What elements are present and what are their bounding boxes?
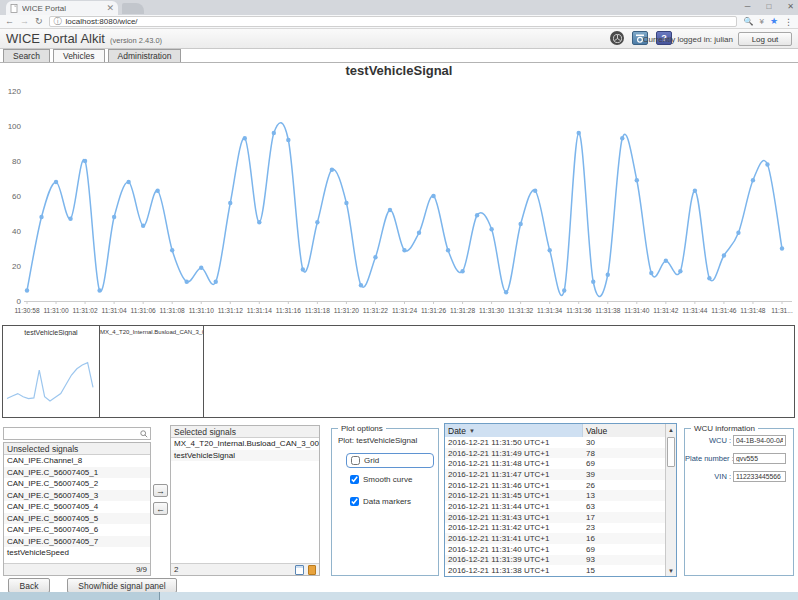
unselected-signals-list: CAN_IPE.Channel_8CAN_IPE.C_56007405_1CAN…	[4, 455, 150, 563]
svg-text:11:31:46: 11:31:46	[711, 307, 737, 314]
table-row[interactable]: 2016-12-21 11:31:50 UTC+130	[445, 437, 666, 448]
copy-icon[interactable]	[295, 565, 304, 575]
thumbnail-chart	[3, 336, 98, 410]
svg-text:11:31:24: 11:31:24	[392, 307, 418, 314]
cell-date: 2016-12-21 11:31:47 UTC+1	[445, 469, 583, 480]
cell-value: 23	[583, 523, 598, 534]
zoom-icon[interactable]: 🔍	[743, 18, 753, 26]
table-row[interactable]: 2016-12-21 11:31:39 UTC+193	[445, 555, 666, 566]
move-right-button[interactable]: →	[153, 484, 168, 497]
back-icon[interactable]: ←	[5, 17, 14, 26]
list-item[interactable]: CAN_IPE.C_56007405_5	[4, 513, 150, 525]
chart-canvas[interactable]: 02040608010012011:30:5811:31:0011:31:021…	[0, 70, 798, 323]
column-header-date[interactable]: Date ▼	[445, 424, 583, 437]
signal-search-input[interactable]	[3, 427, 151, 440]
cell-date: 2016-12-21 11:31:38 UTC+1	[445, 565, 583, 576]
table-scrollbar[interactable]: ▲ ▼	[665, 424, 676, 576]
tab-vehicles[interactable]: Vehicles	[53, 49, 105, 62]
horizontal-scrollbar-thumb[interactable]	[0, 592, 160, 600]
svg-text:11:31:12: 11:31:12	[218, 307, 244, 314]
list-item[interactable]: MX_4_T20_Internal.Busload_CAN_3_0001	[171, 438, 319, 450]
svg-text:11:31:42: 11:31:42	[653, 307, 679, 314]
selected-count: 2	[174, 565, 295, 574]
svg-text:11:31:34: 11:31:34	[537, 307, 563, 314]
vin-field[interactable]	[733, 471, 786, 482]
move-left-button[interactable]: ←	[153, 502, 168, 515]
grid-checkbox[interactable]	[351, 456, 360, 465]
checkbox-row-smooth-curve: Smooth curve	[350, 475, 412, 484]
tab-search[interactable]: Search	[3, 49, 50, 62]
plate-number-field[interactable]	[733, 453, 786, 464]
cell-value: 69	[583, 544, 598, 555]
tab-administration[interactable]: Administration	[108, 49, 182, 62]
list-item[interactable]: CAN_IPE.C_56007405_1	[4, 467, 150, 479]
show-hide-signal-panel-button[interactable]: Show/hide signal panel	[67, 578, 177, 593]
list-item[interactable]: testVehicleSignal	[171, 450, 319, 462]
wcu-field[interactable]	[733, 435, 786, 446]
app-title: WICE Portal Alkit	[6, 31, 105, 46]
svg-text:11:31:32: 11:31:32	[508, 307, 534, 314]
new-tab-button[interactable]	[122, 3, 144, 14]
table-row[interactable]: 2016-12-21 11:31:44 UTC+163	[445, 501, 666, 512]
thumbnail-testvehiclesignal[interactable]: testVehicleSignal	[3, 326, 100, 417]
table-row[interactable]: 2016-12-21 11:31:38 UTC+115	[445, 565, 666, 576]
tab-close-icon[interactable]: ✕	[106, 4, 114, 13]
selected-signals-list: MX_4_T20_Internal.Busload_CAN_3_0001test…	[171, 438, 319, 563]
data-markers-checkbox[interactable]	[350, 497, 359, 506]
list-item[interactable]: CAN_IPE.C_56007405_7	[4, 536, 150, 548]
table-row[interactable]: 2016-12-21 11:31:41 UTC+116	[445, 533, 666, 544]
window-minimize-icon[interactable]: ─	[745, 2, 751, 11]
bookmark-star-icon[interactable]: ★	[770, 17, 778, 26]
smooth-curve-checkbox[interactable]	[350, 475, 359, 484]
export-icon[interactable]	[308, 565, 316, 575]
list-item[interactable]: CAN_IPE.C_56007405_4	[4, 501, 150, 513]
list-item[interactable]: CAN_IPE.C_56007405_3	[4, 490, 150, 502]
svg-text:11:30:58: 11:30:58	[14, 307, 40, 314]
list-item[interactable]: CAN_IPE.Channel_8	[4, 455, 150, 467]
table-row[interactable]: 2016-12-21 11:31:46 UTC+126	[445, 480, 666, 491]
table-body: 2016-12-21 11:31:50 UTC+1302016-12-21 11…	[445, 437, 666, 576]
browser-tab[interactable]: WICE Portal ✕	[6, 1, 118, 15]
browser-window: WICE Portal ✕ ─ □ ✕ ← → ↻ ⓘ localhost:80…	[0, 0, 798, 600]
table-row[interactable]: 2016-12-21 11:31:47 UTC+139	[445, 469, 666, 480]
scroll-up-icon[interactable]: ▲	[666, 424, 676, 435]
window-maximize-icon[interactable]: □	[766, 2, 771, 11]
selected-signals-footer: 2	[171, 563, 319, 575]
list-item[interactable]: CAN_IPE.C_56007405_6	[4, 524, 150, 536]
scrollbar-thumb[interactable]	[667, 437, 675, 467]
table-row[interactable]: 2016-12-21 11:31:42 UTC+123	[445, 523, 666, 534]
table-header-row: Date ▼ Value	[445, 424, 666, 437]
column-header-value[interactable]: Value	[583, 424, 666, 437]
selected-signals-panel: Selected signals MX_4_T20_Internal.Buslo…	[170, 425, 320, 576]
scroll-down-icon[interactable]: ▼	[666, 565, 676, 576]
browser-menu-icon[interactable]: ⋮	[784, 17, 793, 27]
svg-text:11:31:18: 11:31:18	[305, 307, 331, 314]
svg-text:60: 60	[12, 192, 21, 201]
table-row[interactable]: 2016-12-21 11:31:48 UTC+169	[445, 458, 666, 469]
field-label: VIN :	[685, 472, 733, 481]
extension-icon[interactable]: ¥	[759, 18, 763, 26]
plot-thumbnail-strip: testVehicleSignal MX_4_T20_Internal.Busl…	[2, 325, 795, 418]
svg-text:11:31:48: 11:31:48	[740, 307, 766, 314]
cell-value: 63	[583, 501, 598, 512]
list-item[interactable]: CAN_IPE.C_56007405_2	[4, 478, 150, 490]
browser-toolbar: ← → ↻ ⓘ localhost:8080/wice/ 🔍 ¥ ★ ⋮	[0, 15, 798, 29]
cell-value: 15	[583, 565, 598, 576]
table-row[interactable]: 2016-12-21 11:31:43 UTC+117	[445, 512, 666, 523]
status-icon[interactable]	[610, 31, 624, 45]
table-row[interactable]: 2016-12-21 11:31:49 UTC+178	[445, 448, 666, 459]
cell-date: 2016-12-21 11:31:50 UTC+1	[445, 437, 583, 448]
wcu-field-row: VIN :	[685, 471, 791, 482]
logout-button[interactable]: Log out	[738, 32, 792, 46]
back-button[interactable]: Back	[8, 578, 50, 593]
refresh-icon[interactable]: ↻	[35, 17, 43, 26]
address-bar[interactable]: ⓘ localhost:8080/wice/	[49, 16, 738, 27]
forward-icon[interactable]: →	[20, 17, 29, 26]
list-item[interactable]: testVehicleSpeed	[4, 547, 150, 559]
thumbnail-busload[interactable]: MX_4_T20_Internal.Busload_CAN_3_0001	[100, 326, 204, 417]
window-close-icon[interactable]: ✕	[787, 2, 794, 11]
svg-text:11:31:16: 11:31:16	[276, 307, 302, 314]
table-row[interactable]: 2016-12-21 11:31:40 UTC+169	[445, 544, 666, 555]
page-info-icon[interactable]: ⓘ	[54, 18, 62, 26]
table-row[interactable]: 2016-12-21 11:31:45 UTC+113	[445, 490, 666, 501]
